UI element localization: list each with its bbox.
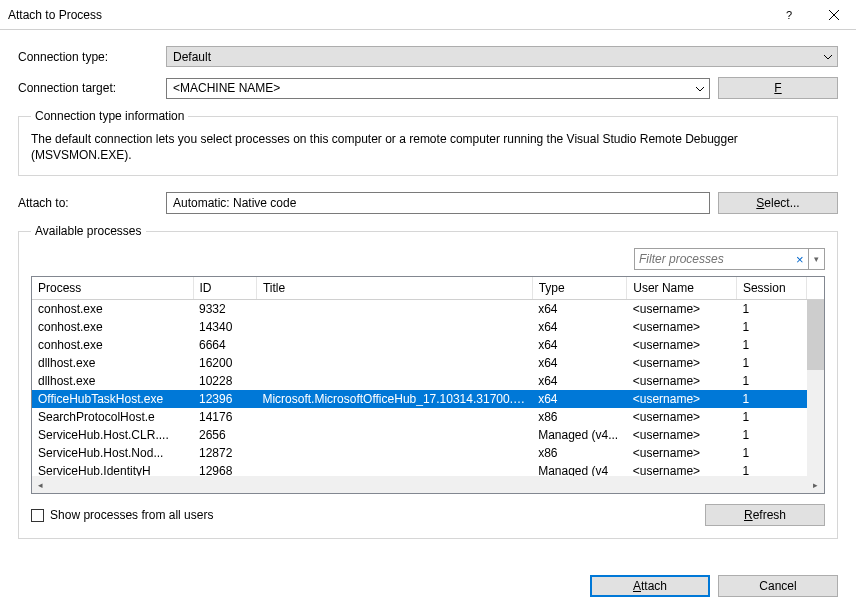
refresh-button[interactable]: Refresh: [705, 504, 825, 526]
cell-type: x64: [532, 390, 627, 408]
cell-title: [256, 372, 532, 390]
vertical-scrollbar[interactable]: [807, 300, 824, 476]
table-row[interactable]: ServiceHub.Host.Nod...12872x86<username>…: [32, 444, 824, 462]
col-id[interactable]: ID: [193, 277, 256, 300]
cell-process: dllhost.exe: [32, 372, 193, 390]
checkbox-box[interactable]: [31, 509, 44, 522]
cell-title: [256, 408, 532, 426]
cell-title: [256, 426, 532, 444]
cell-session: 1: [736, 462, 806, 476]
table-row[interactable]: dllhost.exe16200x64<username>1: [32, 354, 824, 372]
cell-session: 1: [736, 300, 806, 319]
col-type[interactable]: Type: [532, 277, 627, 300]
filter-input[interactable]: [639, 252, 790, 266]
cell-process: SearchProtocolHost.e: [32, 408, 193, 426]
connection-target-value: <MACHINE NAME>: [173, 81, 280, 95]
cell-session: 1: [736, 426, 806, 444]
cell-user: <username>: [627, 300, 737, 319]
cell-id: 10228: [193, 372, 256, 390]
svg-text:?: ?: [786, 10, 792, 20]
help-button[interactable]: ?: [766, 0, 811, 29]
cell-type: x64: [532, 300, 627, 319]
scrollbar-thumb[interactable]: [807, 300, 824, 370]
cell-user: <username>: [627, 318, 737, 336]
find-button[interactable]: F: [718, 77, 838, 99]
clear-filter-icon[interactable]: ×: [794, 252, 806, 267]
cell-title: Microsoft.MicrosoftOfficeHub_17.10314.31…: [256, 390, 532, 408]
connection-type-combo[interactable]: Default: [166, 46, 838, 67]
cell-type: Managed (v4...: [532, 426, 627, 444]
cell-process: conhost.exe: [32, 318, 193, 336]
cell-type: x86: [532, 444, 627, 462]
available-processes-group: Available processes × ▾ Process ID Title…: [18, 224, 838, 539]
table-row[interactable]: conhost.exe9332x64<username>1: [32, 300, 824, 319]
cell-title: [256, 318, 532, 336]
connection-type-value: Default: [173, 50, 211, 64]
cell-user: <username>: [627, 408, 737, 426]
cell-user: <username>: [627, 462, 737, 476]
cell-user: <username>: [627, 354, 737, 372]
window-title: Attach to Process: [0, 8, 766, 22]
attach-to-value: Automatic: Native code: [166, 192, 710, 214]
process-table: Process ID Title Type User Name Session …: [31, 276, 825, 494]
cell-id: 9332: [193, 300, 256, 319]
connection-target-label: Connection target:: [18, 81, 158, 95]
cell-process: OfficeHubTaskHost.exe: [32, 390, 193, 408]
cancel-button[interactable]: Cancel: [718, 575, 838, 597]
table-row[interactable]: conhost.exe14340x64<username>1: [32, 318, 824, 336]
table-row[interactable]: ServiceHub.IdentityH12968Managed (v4<use…: [32, 462, 824, 476]
attach-button[interactable]: Attach: [590, 575, 710, 597]
cell-title: [256, 444, 532, 462]
select-button[interactable]: Select...: [718, 192, 838, 214]
cell-user: <username>: [627, 426, 737, 444]
cell-type: x64: [532, 354, 627, 372]
cell-id: 12872: [193, 444, 256, 462]
col-title[interactable]: Title: [256, 277, 532, 300]
cell-id: 14340: [193, 318, 256, 336]
scroll-left-icon[interactable]: ◂: [32, 476, 49, 493]
cell-process: ServiceHub.Host.Nod...: [32, 444, 193, 462]
cell-title: [256, 354, 532, 372]
info-legend: Connection type information: [31, 109, 188, 123]
cell-title: [256, 300, 532, 319]
cell-id: 14176: [193, 408, 256, 426]
scroll-right-icon[interactable]: ▸: [807, 476, 824, 493]
attach-to-label: Attach to:: [18, 196, 158, 210]
cell-session: 1: [736, 318, 806, 336]
horizontal-scrollbar[interactable]: ◂ ▸: [32, 476, 824, 493]
close-button[interactable]: [811, 0, 856, 29]
table-row[interactable]: ServiceHub.Host.CLR....2656Managed (v4..…: [32, 426, 824, 444]
cell-type: x64: [532, 372, 627, 390]
cell-user: <username>: [627, 372, 737, 390]
cell-user: <username>: [627, 390, 737, 408]
show-all-users-label: Show processes from all users: [50, 508, 213, 522]
show-all-users-checkbox[interactable]: Show processes from all users: [31, 508, 213, 522]
info-text: The default connection lets you select p…: [31, 131, 825, 163]
col-session[interactable]: Session: [736, 277, 806, 300]
cell-session: 1: [736, 408, 806, 426]
cell-title: [256, 336, 532, 354]
cell-session: 1: [736, 372, 806, 390]
cell-session: 1: [736, 444, 806, 462]
filter-dropdown-button[interactable]: ▾: [809, 248, 825, 270]
table-row[interactable]: SearchProtocolHost.e14176x86<username>1: [32, 408, 824, 426]
cell-id: 16200: [193, 354, 256, 372]
cell-id: 12396: [193, 390, 256, 408]
connection-target-combo[interactable]: <MACHINE NAME>: [166, 78, 710, 99]
chevron-down-icon: [823, 51, 833, 65]
cell-session: 1: [736, 354, 806, 372]
col-process[interactable]: Process: [32, 277, 193, 300]
chevron-down-icon: [695, 83, 705, 97]
cell-session: 1: [736, 390, 806, 408]
available-processes-legend: Available processes: [31, 224, 146, 238]
connection-type-info-group: Connection type information The default …: [18, 109, 838, 176]
filter-processes-box[interactable]: ×: [634, 248, 809, 270]
col-user[interactable]: User Name: [627, 277, 737, 300]
table-row[interactable]: dllhost.exe10228x64<username>1: [32, 372, 824, 390]
cell-process: dllhost.exe: [32, 354, 193, 372]
cell-type: x64: [532, 336, 627, 354]
table-row[interactable]: conhost.exe6664x64<username>1: [32, 336, 824, 354]
cell-process: conhost.exe: [32, 300, 193, 319]
table-row[interactable]: OfficeHubTaskHost.exe12396Microsoft.Micr…: [32, 390, 824, 408]
titlebar: Attach to Process ?: [0, 0, 856, 30]
